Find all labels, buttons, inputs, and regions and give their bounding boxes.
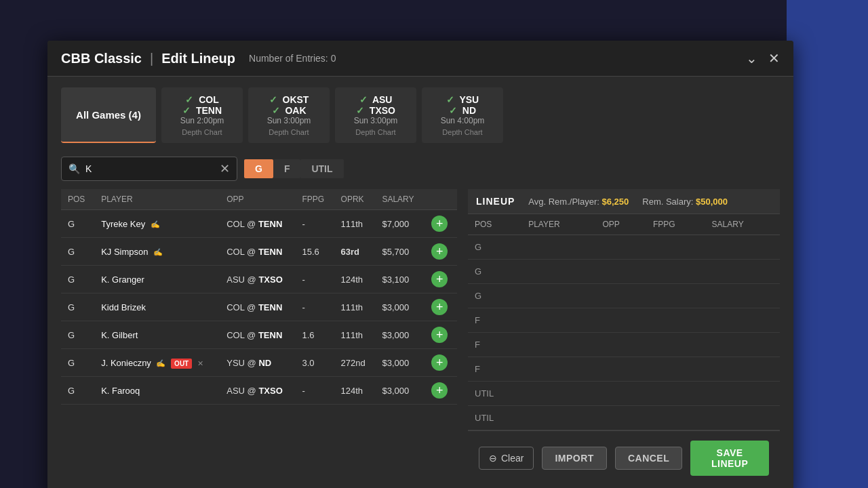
lineup-slot-pos: F: [468, 333, 521, 357]
position-tabs: G F UTIL: [244, 159, 344, 178]
col-oprk: OPRK: [334, 189, 376, 210]
lineup-slot-pos: UTIL: [468, 406, 521, 430]
lineup-slot-opp: [595, 235, 646, 260]
tab-okst-oak-depth[interactable]: Depth Chart: [259, 128, 319, 136]
player-pos: G: [61, 238, 94, 266]
player-oprk: 111th: [334, 321, 376, 349]
lineup-slot-opp: [595, 260, 646, 284]
player-info-icon: ✍: [156, 359, 165, 367]
player-name-cell: J. Konieczny ✍ OUT ✕: [94, 349, 220, 377]
add-player-button[interactable]: +: [431, 271, 448, 287]
lineup-slot: F: [468, 308, 780, 333]
lineup-slot-pos: F: [468, 357, 521, 382]
lineup-slot: UTIL: [468, 406, 780, 430]
player-salary: $3,000: [375, 349, 425, 377]
tab-col-tenn-depth[interactable]: Depth Chart: [172, 128, 232, 136]
tab-ysu-nd-depth[interactable]: Depth Chart: [433, 128, 492, 136]
lineup-slot-pos: G: [468, 235, 521, 260]
lineup-slot-fppg: [646, 284, 705, 308]
search-input[interactable]: [85, 163, 216, 174]
player-name: K. Gilbert: [101, 330, 138, 340]
tab-asu-txso-time: Sun 3:00pm: [346, 116, 406, 125]
player-name-cell: K. Farooq: [94, 377, 220, 405]
lineup-slot-player: [521, 284, 595, 308]
tab-asu-txso-depth[interactable]: Depth Chart: [346, 128, 406, 136]
lineup-slot-player: [521, 382, 595, 406]
modal-header-controls: ⌄ ✕: [746, 50, 780, 66]
pos-tab-f[interactable]: F: [273, 159, 301, 178]
lineup-slot-salary: [705, 333, 780, 357]
lineup-col-opp: OPP: [595, 214, 646, 235]
player-opp: COL @ TENN: [220, 321, 295, 349]
cancel-button[interactable]: CANCEL: [615, 447, 682, 470]
add-player-button[interactable]: +: [431, 354, 448, 371]
player-add-cell: +: [425, 293, 457, 321]
lineup-slot-pos: G: [468, 284, 521, 308]
player-name: KJ Simpson: [101, 247, 148, 257]
tab-asu-txso[interactable]: ✓ ASU ✓ TXSO Sun 3:00pm Depth Chart: [335, 87, 416, 143]
lineup-slot: G: [468, 260, 780, 284]
lineup-slot-opp: [595, 406, 646, 430]
player-name: Tyreke Key: [101, 219, 145, 229]
add-player-button[interactable]: +: [431, 382, 448, 399]
game-tabs: All Games (4) ✓ COL ✓ TENN Sun 2:00pm De…: [61, 87, 780, 143]
lineup-slot: G: [468, 284, 780, 308]
col-pos: POS: [61, 189, 94, 210]
lineup-title: LINEUP: [476, 196, 515, 207]
tab-all-games[interactable]: All Games (4): [61, 87, 156, 143]
clear-icon: ⊖: [489, 453, 497, 464]
player-opp: YSU @ ND: [220, 349, 295, 377]
table-row: G K. Gilbert COL @ TENN 1.6 111th $3,000…: [61, 321, 457, 349]
close-button[interactable]: ✕: [768, 50, 780, 66]
player-salary: $7,000: [375, 210, 425, 238]
lineup-slot: G: [468, 235, 780, 260]
lineup-slot-player: [521, 357, 595, 382]
lineup-slot-salary: [705, 284, 780, 308]
lineup-slot-opp: [595, 357, 646, 382]
lineup-slot-salary: [705, 406, 780, 430]
player-pos: G: [61, 293, 94, 321]
col-salary: SALARY: [375, 189, 425, 210]
modal-title-main: CBB Classic: [61, 51, 142, 66]
player-salary: $3,000: [375, 293, 425, 321]
tab-ysu-nd-time: Sun 4:00pm: [433, 116, 492, 125]
lineup-slot-salary: [705, 308, 780, 333]
player-pos: G: [61, 321, 94, 349]
sidebar-right: [787, 0, 868, 488]
clear-label: Clear: [501, 453, 524, 464]
lineup-slot-fppg: [646, 406, 705, 430]
lineup-slot: F: [468, 333, 780, 357]
add-player-button[interactable]: +: [431, 216, 448, 232]
add-player-button[interactable]: +: [431, 243, 448, 260]
lineup-slot-fppg: [646, 382, 705, 406]
pos-tab-util[interactable]: UTIL: [300, 159, 343, 178]
lineup-header: LINEUP Avg. Rem./Player: $6,250 Rem. Sal…: [468, 189, 780, 214]
table-row: G Kidd Brizek COL @ TENN - 111th $3,000 …: [61, 293, 457, 321]
search-icon: 🔍: [68, 163, 80, 174]
pos-tab-g[interactable]: G: [244, 159, 273, 178]
lineup-slot-pos: UTIL: [468, 382, 521, 406]
modal-title-sub: Edit Lineup: [161, 51, 235, 66]
collapse-button[interactable]: ⌄: [746, 50, 757, 66]
lineup-slot-opp: [595, 308, 646, 333]
add-player-button[interactable]: +: [431, 299, 448, 315]
check-icon: ✓: [185, 94, 193, 105]
search-clear-icon[interactable]: ✕: [220, 161, 230, 176]
tab-ysu-nd[interactable]: ✓ YSU ✓ ND Sun 4:00pm Depth Chart: [422, 87, 503, 143]
lineup-slot-salary: [705, 235, 780, 260]
lineup-col-pos: POS: [468, 214, 521, 235]
clear-button[interactable]: ⊖ Clear: [479, 447, 534, 470]
check-icon-5: ✓: [359, 94, 368, 105]
lineup-rem-value: $50,000: [696, 197, 728, 207]
add-player-button[interactable]: +: [431, 327, 448, 343]
check-icon-3: ✓: [269, 94, 277, 105]
tab-okst-oak[interactable]: ✓ OKST ✓ OAK Sun 3:00pm Depth Chart: [248, 87, 330, 143]
player-add-cell: +: [425, 321, 457, 349]
lineup-slot: UTIL: [468, 382, 780, 406]
player-pos: G: [61, 266, 94, 293]
import-button[interactable]: IMPORT: [542, 447, 606, 470]
lineup-slot-player: [521, 308, 595, 333]
save-lineup-button[interactable]: SAVE LINEUP: [690, 441, 769, 476]
tab-col-tenn[interactable]: ✓ COL ✓ TENN Sun 2:00pm Depth Chart: [161, 87, 243, 143]
player-fppg: -: [295, 293, 334, 321]
